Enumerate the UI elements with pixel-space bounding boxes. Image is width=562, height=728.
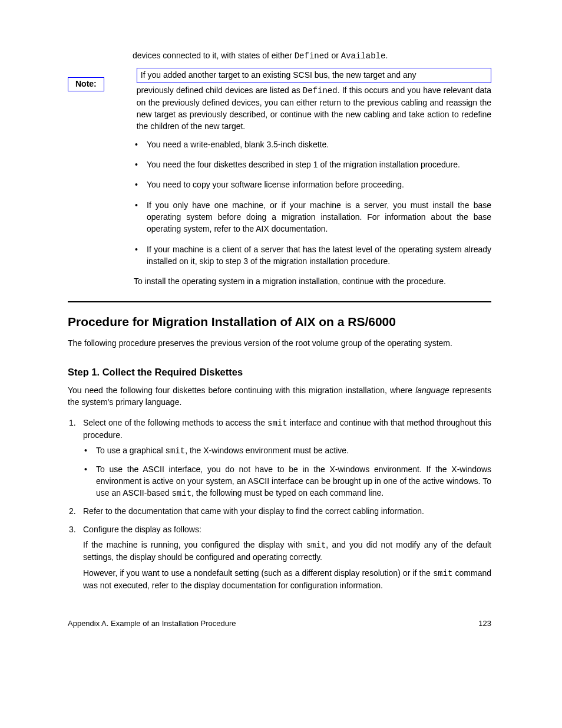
code-available: Available [341, 51, 386, 61]
step1-intro: You need the following four diskettes be… [68, 384, 491, 409]
list-item: If your machine is a client of a server … [134, 243, 491, 268]
code-defined: Defined [295, 51, 329, 61]
text: or [329, 51, 341, 60]
text: previously defined child devices are lis… [137, 85, 303, 95]
step-3: Configure the display as follows: If the… [68, 523, 491, 591]
step3-sub-para-2: However, if you want to use a nondefault… [83, 567, 491, 592]
code-smit: smit [433, 569, 453, 578]
text: Refer to the documentation that came wit… [83, 506, 424, 516]
text: , the X-windows environment must be acti… [185, 446, 349, 455]
step-1: Select one of the following methods to a… [68, 417, 491, 500]
section-heading: Procedure for Migration Installation of … [68, 313, 491, 331]
numbered-steps: Select one of the following methods to a… [68, 417, 491, 592]
list-item: You need to copy your software license i… [134, 179, 491, 190]
text: devices connected to it, with states of … [133, 51, 295, 60]
intro-paragraph: The following procedure preserves the pr… [68, 337, 491, 349]
list-item: If you only have one machine, or if your… [134, 199, 491, 235]
note-first-line-box: If you added another target to an existi… [137, 68, 491, 83]
emphasis-language: language [415, 386, 449, 395]
step3-sub-para-1: If the machine is running, you configure… [83, 539, 491, 564]
note-block: Note: If you added another target to an … [68, 68, 491, 132]
text: You need the following four diskettes be… [68, 386, 415, 395]
text: If the machine is running, you configure… [83, 540, 306, 549]
list-item: To use the ASCII interface, you do not h… [83, 463, 491, 500]
code-smit: smit [306, 541, 326, 550]
note-label-box: Note: [68, 77, 104, 91]
text: Select one of the following methods to a… [83, 418, 267, 427]
text: , the following must be typed on each co… [191, 488, 384, 498]
footer-page-number: 123 [478, 618, 491, 630]
code-smit: smit [267, 419, 287, 428]
text: . [385, 51, 388, 60]
text: However, if you want to use a nondefault… [83, 568, 433, 578]
text: Configure the display as follows: [83, 525, 201, 534]
prereq-bullet-list: You need a write-enabled, blank 3.5-inch… [134, 139, 491, 267]
continuation-paragraph: devices connected to it, with states of … [133, 50, 491, 62]
text: To use a graphical [96, 446, 166, 455]
page-footer: Appendix A. Example of an Installation P… [68, 618, 491, 630]
list-item: You need the four diskettes described in… [134, 159, 491, 170]
code-defined2: Defined [303, 86, 338, 95]
code-smit: smit [166, 446, 186, 456]
subsection-heading: Step 1. Collect the Required Diskettes [68, 365, 491, 380]
list-item: You need a write-enabled, blank 3.5-inch… [134, 139, 491, 150]
section-divider [68, 301, 491, 302]
step1-sub-bullets: To use a graphical smit, the X-windows e… [83, 444, 491, 499]
note-body: If you added another target to an existi… [137, 68, 491, 132]
list-item: To use a graphical smit, the X-windows e… [83, 444, 491, 457]
code-smit: smit [171, 489, 191, 498]
footer-left: Appendix A. Example of an Installation P… [68, 618, 236, 630]
after-list-paragraph: To install the operating system in a mig… [134, 275, 491, 287]
step-2: Refer to the documentation that came wit… [68, 505, 491, 517]
